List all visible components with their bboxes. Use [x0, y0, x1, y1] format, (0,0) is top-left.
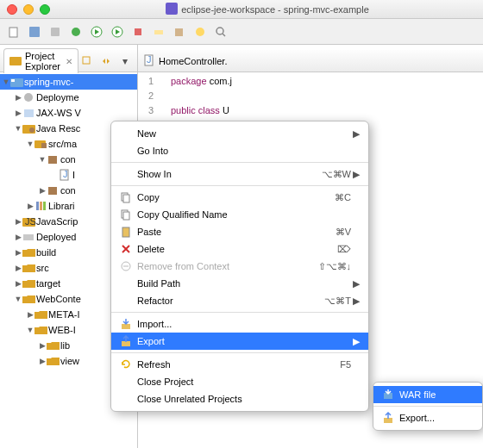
menu-accelerator: ⌦ [337, 244, 351, 255]
menu-separator [111, 352, 368, 353]
project-explorer-tab[interactable]: Project Explorer ✕ [3, 48, 78, 73]
code-line[interactable]: 2 [141, 89, 483, 103]
menu-label: Build Path [134, 278, 351, 289]
submenu-arrow-icon: ▶ [351, 336, 360, 347]
tree-label: JAX-WS V [36, 108, 81, 118]
zoom-window-button[interactable] [40, 4, 50, 15]
svg-rect-28 [40, 202, 42, 210]
submenu-arrow-icon: ▶ [351, 278, 360, 289]
menu-item[interactable]: Export▶ [111, 333, 368, 350]
menu-item[interactable]: Close Unrelated Projects [111, 390, 368, 408]
svg-rect-1 [9, 28, 17, 37]
svg-text:JS: JS [25, 216, 36, 227]
new-icon[interactable] [5, 23, 22, 40]
submenu-item[interactable]: Export... [373, 409, 482, 426]
menu-item[interactable]: Close Project [111, 373, 368, 390]
submenu-label: WAR file [396, 389, 474, 400]
package-icon[interactable] [171, 23, 188, 40]
tree-icon [22, 277, 36, 289]
disclosure-arrow[interactable]: ▼ [14, 124, 22, 133]
run-last-icon[interactable] [109, 23, 126, 40]
editor-tab-label[interactable]: HomeController. [159, 56, 227, 66]
svg-text:J: J [63, 169, 68, 179]
debug-icon[interactable] [67, 23, 85, 40]
paste-icon [118, 226, 134, 238]
fold-gutter[interactable] [160, 89, 171, 103]
menu-label: Refresh [134, 359, 340, 370]
disclosure-arrow[interactable]: ▶ [14, 248, 22, 257]
menu-item[interactable]: Show In⌥⌘W▶ [111, 165, 368, 183]
search-icon[interactable] [212, 23, 229, 40]
menu-item[interactable]: Go Into [111, 142, 368, 159]
titlebar: eclipse-jee-workspace - spring-mvc-examp… [0, 0, 483, 19]
disclosure-arrow[interactable]: ▶ [14, 93, 22, 102]
menu-item[interactable]: New▶ [111, 125, 368, 142]
svg-point-4 [72, 28, 80, 36]
svg-rect-26 [48, 187, 57, 195]
menu-item[interactable]: Copy Qualified Name [111, 206, 368, 223]
menu-accelerator: ⌘C [335, 192, 351, 203]
menu-item[interactable]: Refactor⌥⌘T▶ [111, 292, 368, 309]
external-tools-icon[interactable] [129, 23, 147, 40]
type-icon[interactable] [191, 23, 209, 40]
tree-label: src/ma [48, 139, 77, 149]
link-editor-icon[interactable] [97, 53, 115, 70]
menu-item: Remove from Context⇧⌥⌘↓ [111, 258, 368, 275]
export-icon [118, 335, 134, 347]
collapse-all-icon[interactable] [78, 53, 96, 70]
save-all-icon[interactable] [47, 23, 64, 40]
tree-item[interactable]: ▶Deployme [0, 90, 137, 105]
tree-label: I [72, 170, 75, 180]
menu-item[interactable]: Copy⌘C [111, 189, 368, 206]
minimize-window-button[interactable] [23, 4, 34, 15]
disclosure-arrow[interactable]: ▼ [38, 155, 47, 164]
svg-rect-29 [43, 202, 46, 210]
tree-icon [22, 262, 36, 274]
tree-item[interactable]: ▶JAX-WS V [0, 105, 137, 121]
tree-label: spring-mvc- [24, 77, 73, 87]
svg-rect-18 [24, 109, 34, 117]
menu-item[interactable]: Paste⌘V [111, 223, 368, 240]
disclosure-arrow[interactable]: ▶ [38, 357, 47, 365]
save-icon[interactable] [26, 23, 43, 40]
disclosure-arrow[interactable]: ▶ [14, 217, 22, 226]
code-line[interactable]: 3public class U [141, 103, 483, 118]
disclosure-arrow[interactable]: ▼ [14, 295, 22, 303]
fold-gutter[interactable] [160, 74, 171, 89]
disclosure-arrow[interactable]: ▶ [14, 109, 22, 117]
menu-item[interactable]: Import... [111, 315, 368, 333]
window-title: eclipse-jee-workspace - spring-mvc-examp… [181, 4, 369, 15]
close-view-icon[interactable]: ✕ [66, 57, 72, 66]
line-number: 2 [141, 89, 160, 103]
disclosure-arrow[interactable]: ▼ [2, 78, 10, 86]
export-icon [380, 412, 396, 424]
svg-rect-3 [51, 28, 60, 36]
view-menu-icon[interactable]: ▾ [116, 53, 134, 70]
project-explorer-label: Project Explorer [25, 51, 60, 72]
disclosure-arrow[interactable]: ▶ [14, 264, 22, 272]
disclosure-arrow[interactable]: ▶ [14, 233, 22, 241]
menu-item[interactable]: Delete⌦ [111, 240, 368, 258]
disclosure-arrow[interactable]: ▶ [38, 341, 47, 350]
disclosure-arrow[interactable]: ▶ [26, 202, 34, 210]
disclosure-arrow[interactable]: ▼ [26, 140, 34, 148]
menu-item[interactable]: Build Path▶ [111, 275, 368, 292]
submenu-arrow-icon: ▶ [351, 296, 360, 307]
tree-item[interactable]: ▼spring-mvc- [0, 74, 137, 90]
code-line[interactable]: 1package com.j [141, 74, 483, 89]
tree-label: Deployme [36, 92, 79, 103]
disclosure-arrow[interactable]: ▶ [38, 186, 47, 195]
disclosure-arrow[interactable]: ▶ [14, 279, 22, 288]
disclosure-arrow[interactable]: ▶ [26, 310, 34, 319]
new-server-icon[interactable] [150, 23, 167, 40]
disclosure-arrow[interactable]: ▼ [26, 326, 34, 334]
remove-icon [118, 260, 134, 272]
close-window-button[interactable] [7, 4, 17, 15]
fold-gutter[interactable] [160, 103, 171, 118]
tree-label: WebConte [36, 294, 81, 304]
menu-item[interactable]: RefreshF5 [111, 356, 368, 373]
menu-label: Close Unrelated Projects [134, 394, 351, 404]
run-icon[interactable] [88, 23, 105, 40]
tree-icon [34, 138, 48, 150]
submenu-item[interactable]: WAR file [373, 386, 482, 403]
